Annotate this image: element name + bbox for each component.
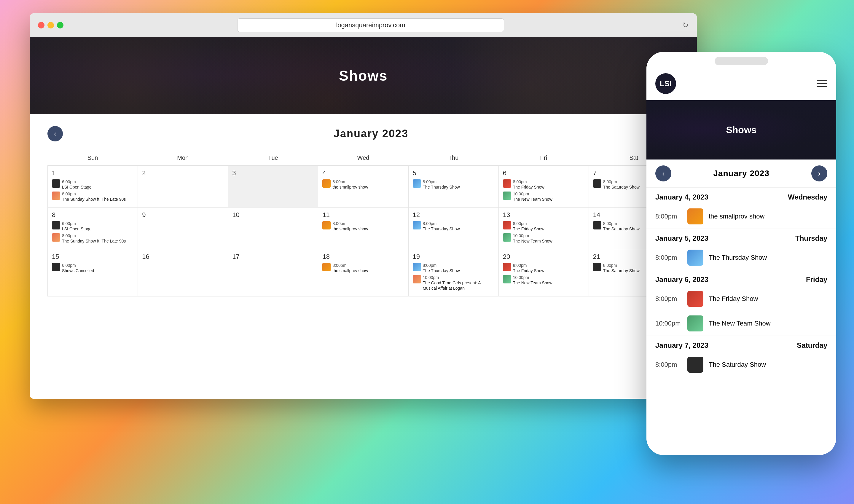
- event-name: LSI Open Stage: [62, 185, 92, 190]
- event-thumbnail: [52, 192, 60, 200]
- event-info: 8:00pmThe Friday Show: [513, 263, 585, 273]
- event-info: 6:00pmLSI Open Stage: [62, 221, 134, 232]
- calendar-cell: 17: [228, 249, 318, 296]
- day-number: 10: [232, 211, 314, 219]
- phone-prev-month-button[interactable]: ‹: [655, 165, 671, 181]
- hamburger-menu-button[interactable]: [817, 80, 827, 87]
- day-number: 20: [503, 253, 585, 260]
- close-dot[interactable]: [38, 22, 45, 29]
- calendar-event[interactable]: 6:00pmShows Cancelled: [52, 263, 134, 273]
- calendar-event[interactable]: 8:00pmThe Thursday Show: [413, 179, 494, 190]
- phone-calendar-nav: ‹ January 2023 ›: [646, 160, 836, 188]
- browser-content: Shows ‹ January 2023 Sun Mon Tue Wed Thu: [30, 37, 697, 399]
- phone-event-row[interactable]: 8:00pmthe smallprov show: [646, 204, 836, 229]
- event-name: The Thursday Show: [423, 268, 460, 273]
- calendar-cell: 3: [228, 166, 318, 208]
- phone-event-thumbnail: [687, 291, 704, 307]
- event-thumbnail: [503, 192, 511, 200]
- event-thumbnail: [413, 179, 421, 188]
- event-info: 10:00pmThe New Team Show: [513, 233, 585, 244]
- event-thumbnail: [322, 179, 331, 188]
- calendar-event[interactable]: 8:00pmThe Friday Show: [503, 263, 585, 273]
- event-time: 10:00pm: [513, 233, 585, 238]
- reload-button[interactable]: ↻: [682, 21, 689, 29]
- phone-event-time: 8:00pm: [655, 254, 682, 262]
- calendar-event[interactable]: 10:00pmThe New Team Show: [503, 275, 585, 286]
- calendar-event[interactable]: 8:00pmThe Thursday Show: [413, 221, 494, 232]
- maximize-dot[interactable]: [57, 22, 64, 29]
- phone-event-row[interactable]: 8:00pmThe Thursday Show: [646, 246, 836, 270]
- calendar-event[interactable]: 6:00pmLSI Open Stage: [52, 179, 134, 190]
- event-thumbnail: [503, 275, 511, 284]
- event-name: the smallprov show: [333, 185, 368, 190]
- phone-next-month-button[interactable]: ›: [811, 165, 827, 181]
- calendar-event[interactable]: 8:00pmthe smallprov show: [322, 221, 404, 232]
- calendar-event[interactable]: 8:00pmthe smallprov show: [322, 179, 404, 190]
- event-time: 8:00pm: [513, 263, 585, 268]
- calendar-event[interactable]: 10:00pmThe New Team Show: [503, 233, 585, 244]
- event-time: 8:00pm: [62, 192, 134, 197]
- minimize-dot[interactable]: [48, 22, 54, 29]
- event-info: 6:00pmShows Cancelled: [62, 263, 134, 273]
- event-name: the smallprov show: [333, 268, 368, 273]
- calendar-event[interactable]: 8:00pmThe Sunday Show ft. The Late 90s: [52, 233, 134, 244]
- phone-logo: LSI: [655, 73, 676, 94]
- calendar-event[interactable]: 8:00pmThe Thursday Show: [413, 263, 494, 273]
- phone-event-name: The New Team Show: [709, 320, 771, 327]
- event-info: 8:00pmThe Thursday Show: [423, 263, 494, 273]
- event-info: 6:00pmLSI Open Stage: [62, 179, 134, 190]
- phone-hero-title: Shows: [726, 125, 757, 136]
- calendar-event[interactable]: 8:00pmthe smallprov show: [322, 263, 404, 273]
- calendar-event[interactable]: 8:00pmThe Sunday Show ft. The Late 90s: [52, 192, 134, 202]
- calendar-event[interactable]: 8:00pmThe Friday Show: [503, 179, 585, 190]
- calendar-event[interactable]: 8:00pmThe Friday Show: [503, 221, 585, 232]
- calendar-event[interactable]: 6:00pmLSI Open Stage: [52, 221, 134, 232]
- day-number: 13: [503, 211, 585, 219]
- event-name: The Sunday Show ft. The Late 90s: [62, 197, 126, 202]
- window-controls: [38, 22, 64, 29]
- event-time: 8:00pm: [513, 179, 585, 184]
- event-info: 8:00pmThe Sunday Show ft. The Late 90s: [62, 192, 134, 202]
- event-thumbnail: [52, 179, 60, 188]
- phone-calendar-title: January 2023: [671, 169, 811, 178]
- event-thumbnail: [503, 221, 511, 230]
- phone-hero-section: Shows: [646, 100, 836, 160]
- phone-event-row[interactable]: 10:00pmThe New Team Show: [646, 311, 836, 336]
- phone-event-row[interactable]: 8:00pmThe Saturday Show: [646, 353, 836, 377]
- event-info: 8:00pmThe Thursday Show: [423, 221, 494, 232]
- calendar-title: January 2023: [63, 127, 679, 140]
- event-name: The New Team Show: [513, 281, 552, 285]
- calendar-cell: 188:00pmthe smallprov show: [318, 249, 408, 296]
- event-name: The Saturday Show: [603, 268, 640, 273]
- event-name: The New Team Show: [513, 197, 552, 202]
- day-number: 5: [413, 169, 494, 177]
- event-info: 10:00pmThe New Team Show: [513, 192, 585, 202]
- event-date-label: January 5, 2023: [655, 234, 708, 242]
- prev-month-button[interactable]: ‹: [48, 126, 63, 141]
- day-header-fri: Fri: [498, 150, 589, 166]
- event-time: 10:00pm: [423, 275, 494, 280]
- event-thumbnail: [503, 263, 511, 271]
- event-time: 8:00pm: [333, 221, 404, 226]
- hero-title: Shows: [339, 68, 388, 84]
- phone-event-row[interactable]: 8:00pmThe Friday Show: [646, 287, 836, 311]
- phone-event-thumbnail: [687, 209, 704, 224]
- event-name: The Good Time Girls present: A Musical A…: [423, 281, 481, 290]
- event-info: 8:00pmThe Sunday Show ft. The Late 90s: [62, 233, 134, 244]
- phone-event-time: 8:00pm: [655, 213, 682, 220]
- calendar-event[interactable]: 10:00pmThe Good Time Girls present: A Mu…: [413, 275, 494, 291]
- phone-event-time: 10:00pm: [655, 320, 682, 327]
- event-time: 8:00pm: [333, 179, 404, 184]
- hero-section: Shows: [30, 37, 697, 114]
- calendar-event[interactable]: 10:00pmThe New Team Show: [503, 192, 585, 202]
- phone-event-thumbnail: [687, 250, 704, 266]
- event-thumbnail: [322, 221, 331, 230]
- address-bar[interactable]: logansquareimprov.com: [237, 18, 504, 32]
- event-thumbnail: [322, 263, 331, 271]
- event-info: 8:00pmThe Friday Show: [513, 179, 585, 190]
- calendar-cell: 128:00pmThe Thursday Show: [408, 207, 498, 249]
- day-number: 16: [142, 253, 224, 260]
- phone-event-time: 8:00pm: [655, 361, 682, 368]
- event-day-label: Saturday: [797, 341, 827, 349]
- event-name: The New Team Show: [513, 239, 552, 244]
